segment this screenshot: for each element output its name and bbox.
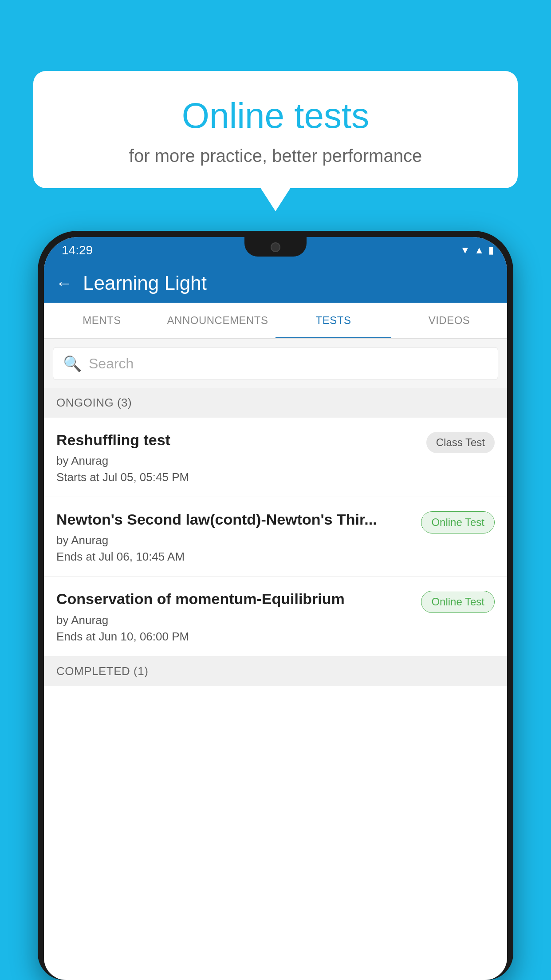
content-area: ONGOING (3) Reshuffling test by Anurag S…: [44, 388, 507, 686]
test-time-3: Ends at Jun 10, 06:00 PM: [56, 630, 412, 644]
test-info-3: Conservation of momentum-Equilibrium by …: [56, 589, 412, 643]
status-icons: ▼ ▲ ▮: [460, 245, 494, 256]
test-item-2[interactable]: Newton's Second law(contd)-Newton's Thir…: [44, 497, 507, 577]
test-info-2: Newton's Second law(contd)-Newton's Thir…: [56, 510, 412, 564]
test-item-3[interactable]: Conservation of momentum-Equilibrium by …: [44, 577, 507, 656]
search-bar[interactable]: 🔍 Search: [53, 347, 498, 380]
bubble-title: Online tests: [60, 95, 491, 136]
ongoing-label: ONGOING (3): [56, 396, 132, 409]
tab-announcements[interactable]: ANNOUNCEMENTS: [160, 303, 276, 338]
test-title-1: Reshuffling test: [56, 430, 417, 450]
completed-section-header: COMPLETED (1): [44, 656, 507, 686]
test-title-2: Newton's Second law(contd)-Newton's Thir…: [56, 510, 412, 529]
speech-bubble: Online tests for more practice, better p…: [33, 71, 518, 188]
completed-label: COMPLETED (1): [56, 664, 148, 678]
tab-tests[interactable]: TESTS: [276, 303, 391, 338]
tab-videos[interactable]: VIDEOS: [391, 303, 507, 338]
phone-frame: 14:29 ▼ ▲ ▮ ← Learning Light MENTS ANNOU…: [38, 231, 513, 980]
search-icon: 🔍: [63, 355, 82, 372]
notch: [244, 237, 307, 257]
test-item-1[interactable]: Reshuffling test by Anurag Starts at Jul…: [44, 418, 507, 497]
test-title-3: Conservation of momentum-Equilibrium: [56, 589, 412, 609]
badge-online-test-3: Online Test: [421, 591, 495, 613]
wifi-icon: ▼: [460, 245, 470, 256]
test-author-3: by Anurag: [56, 613, 412, 627]
app-header: ← Learning Light: [44, 264, 507, 303]
battery-icon: ▮: [488, 245, 494, 256]
status-time: 14:29: [62, 243, 93, 257]
test-list: Reshuffling test by Anurag Starts at Jul…: [44, 418, 507, 656]
tabs-container: MENTS ANNOUNCEMENTS TESTS VIDEOS: [44, 303, 507, 339]
back-button[interactable]: ←: [55, 274, 72, 293]
test-time-1: Starts at Jul 05, 05:45 PM: [56, 470, 417, 484]
search-placeholder: Search: [89, 356, 134, 372]
tab-ments[interactable]: MENTS: [44, 303, 160, 338]
test-time-2: Ends at Jul 06, 10:45 AM: [56, 550, 412, 564]
badge-class-test-1: Class Test: [426, 432, 495, 453]
app-title: Learning Light: [83, 272, 207, 294]
camera: [271, 242, 280, 252]
test-author-1: by Anurag: [56, 454, 417, 468]
bubble-subtitle: for more practice, better performance: [60, 146, 491, 166]
phone-screen: 14:29 ▼ ▲ ▮ ← Learning Light MENTS ANNOU…: [44, 237, 507, 980]
search-container: 🔍 Search: [44, 339, 507, 388]
test-author-2: by Anurag: [56, 533, 412, 547]
badge-online-test-2: Online Test: [421, 511, 495, 533]
test-info-1: Reshuffling test by Anurag Starts at Jul…: [56, 430, 417, 484]
signal-icon: ▲: [474, 245, 484, 256]
ongoing-section-header: ONGOING (3): [44, 388, 507, 418]
